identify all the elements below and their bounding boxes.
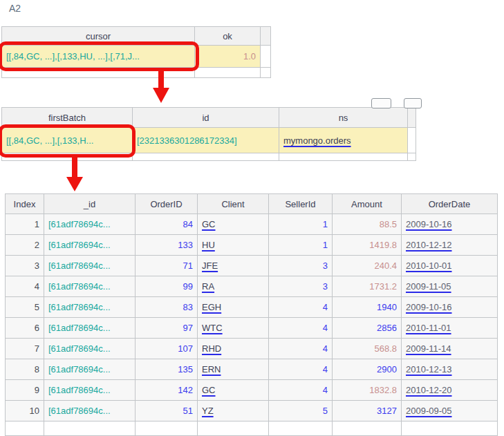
ok-value-cell: 1.0 [195,46,261,68]
orderdate-cell[interactable]: 2009-11-14 [402,339,498,359]
index-cell: 8 [6,359,44,380]
orderid-cell: 97 [136,318,198,339]
column-header-sellerid: SellerId [269,194,333,214]
namespace-link[interactable]: mymongo.orders [283,135,351,146]
index-cell: 5 [6,297,44,318]
client-cell[interactable]: YZ [198,401,269,421]
table-row: 1 [61adf78694c... 84 GC 1 88.5 2009-10-1… [6,214,498,235]
client-cell[interactable]: GC [198,214,269,235]
client-link[interactable]: RA [202,281,214,292]
orderdate-cell[interactable]: 2009-11-05 [402,276,498,297]
client-cell[interactable]: RA [198,276,269,297]
amount-cell: 88.5 [333,214,402,235]
cursor-id-value-cell[interactable]: [2321336301286172334] [133,128,279,153]
orderdate-cell[interactable]: 2010-11-01 [402,318,498,339]
orderid-cell: 135 [136,359,198,380]
orderdate-link[interactable]: 2009-09-05 [406,406,452,416]
orderdate-link[interactable]: 2010-11-01 [406,323,451,333]
table-row: 3 [61adf78694c... 71 JFE 3 240.4 2010-10… [6,256,498,276]
orderid-cell: 83 [136,297,198,318]
amount-cell: 1832.8 [333,380,402,401]
column-header-orderdate: OrderDate [402,194,498,214]
oid-cell[interactable]: [61adf78694c... [44,297,136,318]
orderdate-link[interactable]: 2010-12-12 [406,240,452,250]
index-cell: 4 [6,276,44,297]
column-header-firstbatch: firstBatch [2,108,133,128]
partial-button-1[interactable] [371,98,391,108]
sellerid-cell: 3 [269,276,333,297]
client-cell[interactable]: ERN [198,359,269,380]
client-link[interactable]: EGH [202,302,221,312]
client-link[interactable]: HU [202,240,215,250]
ns-value-cell[interactable]: mymongo.orders [279,128,408,153]
sellerid-cell: 5 [269,401,333,421]
oid-cell[interactable]: [61adf78694c... [44,256,136,276]
index-cell: 6 [6,318,44,339]
orderdate-link[interactable]: 2010-12-13 [406,364,452,375]
table-row: 8 [61adf78694c... 135 ERN 4 2900 2010-12… [6,359,498,380]
client-cell[interactable]: RHD [198,339,269,359]
client-link[interactable]: WTC [202,323,223,333]
orderid-cell: 107 [136,339,198,359]
oid-cell[interactable]: [61adf78694c... [44,214,136,235]
client-link[interactable]: JFE [202,260,218,271]
client-cell[interactable]: JFE [198,256,269,276]
orderdate-cell[interactable]: 2009-10-16 [402,297,498,318]
client-link[interactable]: GC [202,385,216,395]
orderid-cell: 51 [136,401,198,421]
client-link[interactable]: RHD [202,343,221,354]
orderdate-cell[interactable]: 2010-12-13 [402,359,498,380]
client-cell[interactable]: EGH [198,297,269,318]
orderdate-link[interactable]: 2009-10-16 [406,302,452,312]
table-row: 5 [61adf78694c... 83 EGH 4 1940 2009-10-… [6,297,498,318]
partial-button-2[interactable] [404,98,422,108]
index-cell: 3 [6,256,44,276]
column-header-cursor: cursor [2,27,195,46]
cursor-value-cell[interactable]: [[,84,GC, ...],[,133,HU, ...],[,71,J... [2,46,195,68]
oid-cell[interactable]: [61adf78694c... [44,318,136,339]
index-cell: 7 [6,339,44,359]
annotation-arrow-1-head [153,88,169,103]
oid-cell[interactable]: [61adf78694c... [44,276,136,297]
oid-cell[interactable]: [61adf78694c... [44,401,136,421]
oid-cell[interactable]: [61adf78694c... [44,380,136,401]
orderdate-cell[interactable]: 2009-09-05 [402,401,498,421]
client-link[interactable]: ERN [202,364,221,375]
client-cell[interactable]: HU [198,235,269,256]
orderdate-link[interactable]: 2009-11-14 [406,343,451,354]
index-cell: 9 [6,380,44,401]
client-link[interactable]: GC [202,219,216,229]
sellerid-cell: 1 [269,235,333,256]
sellerid-cell: 4 [269,380,333,401]
annotation-arrow-1-shaft [158,70,164,89]
first-batch-result-table: firstBatch id ns [[,84,GC, ...],[,133,H.… [1,107,416,161]
column-header-empty [408,108,416,128]
amount-cell: 568.8 [333,339,402,359]
orderdate-link[interactable]: 2010-12-20 [406,385,452,395]
orderdate-cell[interactable]: 2010-12-12 [402,235,498,256]
column-header-orderid: OrderID [136,194,198,214]
orderdate-link[interactable]: 2009-10-16 [406,219,452,229]
oid-cell[interactable]: [61adf78694c... [44,359,136,380]
client-cell[interactable]: WTC [198,318,269,339]
orderdate-cell[interactable]: 2009-10-16 [402,214,498,235]
sellerid-cell: 4 [269,318,333,339]
orderid-cell: 133 [136,235,198,256]
orderdate-cell[interactable]: 2010-10-01 [402,256,498,276]
orderdate-link[interactable]: 2009-11-05 [406,281,451,292]
orderid-cell: 84 [136,214,198,235]
client-link[interactable]: YZ [202,406,214,416]
annotation-arrow-2-shaft [72,157,77,177]
oid-cell[interactable]: [61adf78694c... [44,235,136,256]
orders-result-table: Index _id OrderID Client SellerId Amount… [5,193,498,436]
index-cell: 10 [6,401,44,421]
client-cell[interactable]: GC [198,380,269,401]
oid-cell[interactable]: [61adf78694c... [44,339,136,359]
orderdate-cell[interactable]: 2010-12-20 [402,380,498,401]
orderid-cell: 142 [136,380,198,401]
column-header-index: Index [6,194,44,214]
index-cell: 1 [6,214,44,235]
sellerid-cell: 4 [269,359,333,380]
orderdate-link[interactable]: 2010-10-01 [406,260,452,271]
firstbatch-value-cell[interactable]: [[,84,GC, ...],[,133,H... [2,128,133,153]
